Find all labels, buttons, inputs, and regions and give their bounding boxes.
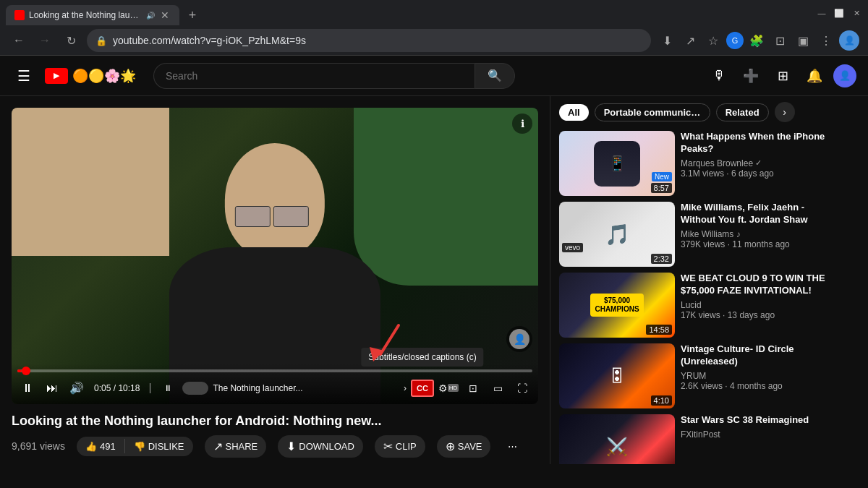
video-info-button[interactable]: ℹ [512,114,532,134]
clip-icon: ✂ [383,440,393,453]
settings-button[interactable]: ⚙HD [438,378,459,398]
filter-scroll-button[interactable]: › [775,102,795,122]
grammarly-ext[interactable]: G [726,32,744,49]
active-tab[interactable]: Looking at the Nothing laun... 🔊 ✕ [6,5,179,25]
dislike-button[interactable]: 👎 DISLIKE [125,437,193,456]
miniplayer-button[interactable]: ⊡ [463,378,483,398]
profile-button[interactable]: 👤 [839,30,859,51]
video-chapter-title: The Nothing launcher... [213,383,399,393]
pause-button[interactable]: ⏸ [17,378,38,398]
starwars-graphic: ⚔️ [559,414,675,464]
related-card[interactable]: $75,000CHAMPIONS 14:58 WE BEAT CLOUD 9 T… [559,273,830,338]
sidebar-button[interactable]: ▣ [793,30,813,51]
duration-badge: 2:32 [651,254,672,264]
duration-badge: 4:10 [651,395,672,406]
new-tab-button[interactable]: + [182,5,203,25]
related-card[interactable]: 🎵 2:32 vevo Mike Williams, Felix Jaehn -… [559,202,830,267]
maximize-button[interactable]: ⬜ [833,7,845,19]
thumb-up-icon: 👍 [85,441,97,452]
related-card[interactable]: 📱 8:57 New What Happens When the iPhone … [559,131,830,196]
cc-button[interactable]: CC [411,380,434,397]
video-controls: ⏸ ⏭ 🔊 0:05 / 10:18 ⏸ The Nothing launche… [12,364,538,404]
video-title: Looking at the Nothing launcher for Andr… [12,413,538,429]
minimize-button[interactable]: — [816,7,827,19]
filter-related[interactable]: Related [716,103,769,121]
like-button[interactable]: 👍 491 [77,437,124,456]
youtube-logo[interactable]: 🟠🟡🌸🌟 [45,68,136,84]
menu-button[interactable]: ⋮ [816,30,836,51]
tab-title: Looking at the Nothing laun... [29,10,142,20]
controls-row: ⏸ ⏭ 🔊 0:05 / 10:18 ⏸ The Nothing launche… [17,378,532,398]
progress-thumb [22,367,30,375]
search-input[interactable] [153,63,475,89]
miniplayer-play-button[interactable]: ⏸ [158,378,178,398]
main-content: ℹ 👤 ⏸ ⏭ 🔊 [0,96,868,464]
time-display: 0:05 / 10:18 [94,383,140,393]
related-sidebar: All Portable communication devi... Relat… [550,96,839,464]
close-button[interactable]: ✕ [851,7,862,19]
search-button[interactable]: 🔍 [475,63,515,89]
pip-toggle[interactable] [182,382,208,395]
back-button[interactable]: ← [9,30,29,51]
related-video-info: Mike Williams, Felix Jaehn - Without You… [681,202,830,267]
related-video-info: Vintage Culture- ID Circle (Unreleased) … [681,343,830,408]
related-thumbnail: $75,000CHAMPIONS 14:58 [559,273,675,338]
related-channel: FXitinPost [681,429,830,440]
progress-bar[interactable] [17,369,532,372]
download-page-button[interactable]: ⬇ [657,30,677,51]
like-dislike-button[interactable]: 👍 491 👎 DISLIKE [77,437,193,456]
user-avatar[interactable]: 👤 [833,64,856,87]
creator-avatar: 👤 [509,329,529,349]
video-creator-button[interactable]: 👤 [506,326,532,352]
video-player[interactable]: ℹ 👤 ⏸ ⏭ 🔊 [12,108,538,404]
extensions-button[interactable]: 🧩 [746,30,767,51]
filter-portable[interactable]: Portable communication devi... [595,103,710,121]
notifications-button[interactable]: 🔔 [801,63,827,89]
related-meta: 3.1M views · 6 days ago [681,168,830,179]
theater-mode-button[interactable]: ▭ [488,378,508,398]
url-bar[interactable]: 🔒 youtube.com/watch?v=g-iOK_PzhLM&t=9s [87,29,651,52]
related-video-title: Star Wars SC 38 Reimagined [681,414,830,427]
chapter-arrow: › [404,383,407,393]
tab-close-button[interactable]: ✕ [159,9,171,21]
related-thumbnail: ⚔️ [559,414,675,464]
browser-chrome: Looking at the Nothing laun... 🔊 ✕ + — ⬜… [0,0,868,56]
create-button[interactable]: ➕ [738,63,764,89]
thumb-down-icon: 👎 [134,441,145,452]
hd-badge: HD [448,384,459,392]
share-page-button[interactable]: ↗ [680,30,700,51]
person-head [225,143,325,258]
youtube-header: ☰ 🟠🟡🌸🌟 🔍 🎙 ➕ ⊞ 🔔 👤 [0,56,868,96]
save-button[interactable]: ⊕ SAVE [437,435,491,458]
time-divider [150,383,150,393]
next-button[interactable]: ⏭ [42,378,62,398]
related-thumbnail: 🎛 4:10 [559,343,675,408]
related-thumbnail: 🎵 2:32 vevo [559,202,675,267]
download-button[interactable]: ⬇ DOWNLOAD [278,435,363,458]
related-meta: 379K views · 11 months ago [681,239,830,249]
apps-button[interactable]: ⊞ [770,63,796,89]
related-channel: Marques Brownlee ✓ [681,158,830,168]
filter-all[interactable]: All [559,104,589,121]
clip-button[interactable]: ✂ CLIP [375,435,425,458]
search-bar: 🔍 [153,63,515,89]
forward-button[interactable]: → [35,30,55,51]
related-card[interactable]: ⚔️ Star Wars SC 38 Reimagined FXitinPost [559,414,830,464]
related-card[interactable]: 🎛 4:10 Vintage Culture- ID Circle (Unrel… [559,343,830,408]
phone-graphic: 📱 [594,141,640,187]
tab-favicon [14,10,25,20]
more-options-button[interactable]: ⋯ [502,437,523,456]
cast-button[interactable]: ⊡ [770,30,790,51]
related-meta: 17K views · 13 days ago [681,310,830,320]
fullscreen-button[interactable]: ⛶ [512,378,532,398]
share-icon: ↗ [213,440,223,453]
youtube-logo-icon [45,68,68,84]
volume-button[interactable]: 🔊 [67,378,87,398]
hamburger-menu-button[interactable]: ☰ [12,61,36,90]
refresh-button[interactable]: ↻ [61,30,81,51]
bookmark-button[interactable]: ☆ [703,30,723,51]
voice-search-button[interactable]: 🎙 [706,63,732,89]
related-video-info: WE BEAT CLOUD 9 TO WIN THE $75,000 FAZE … [681,273,830,338]
share-button[interactable]: ↗ SHARE [205,435,267,458]
verified-icon: ✓ [755,158,762,168]
